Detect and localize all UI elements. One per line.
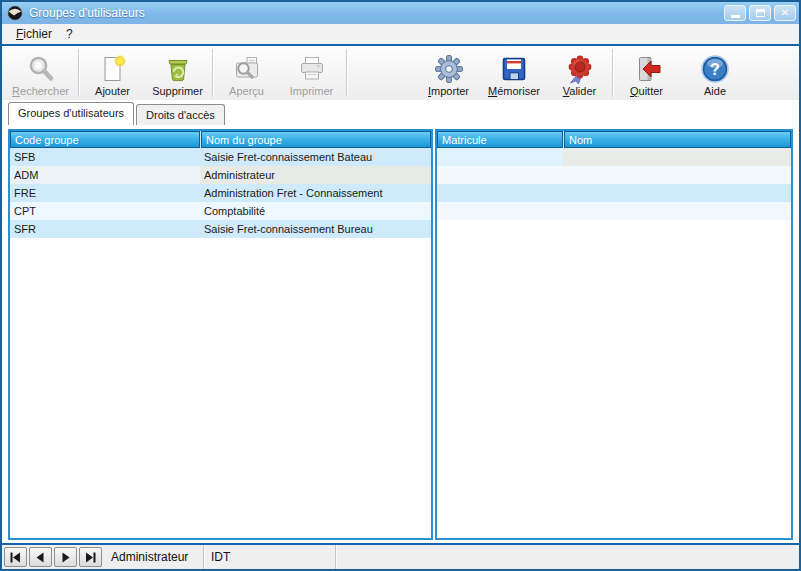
table-row[interactable]: SFB Saisie Fret-connaissement Bateau — [10, 148, 431, 166]
current-record-label: Administrateur — [104, 545, 203, 569]
tab-bar: Groupes d'utilisateurs Droits d'accès — [8, 103, 227, 125]
users-grid-header: Matricule Nom — [437, 131, 791, 148]
cell-name[interactable]: Saisie Fret-connaissement Bureau — [200, 220, 431, 238]
magnifier-icon — [25, 53, 57, 85]
last-record-button[interactable] — [79, 547, 102, 567]
app-logo-icon[interactable] — [7, 5, 23, 21]
supprimer-button[interactable]: Supprimer — [144, 46, 211, 100]
column-header-code-groupe[interactable]: Code groupe — [10, 131, 200, 148]
menu-item-fichier[interactable]: Fichier — [9, 25, 59, 43]
imprimer-label: Imprimer — [290, 85, 333, 97]
valider-button[interactable]: Valider — [548, 46, 611, 100]
maximize-button[interactable] — [749, 5, 771, 21]
help-icon: ? — [699, 53, 731, 85]
column-header-matricule[interactable]: Matricule — [437, 131, 563, 148]
exit-door-icon — [631, 53, 663, 85]
previous-record-button[interactable] — [29, 547, 52, 567]
cell-code[interactable]: SFR — [10, 220, 200, 238]
close-button[interactable]: ✕ — [774, 5, 796, 21]
table-row[interactable]: CPT Comptabilité — [10, 202, 431, 220]
tab-droits-acces[interactable]: Droits d'accès — [136, 104, 225, 125]
users-grid[interactable]: Matricule Nom — [435, 129, 793, 540]
ajouter-button[interactable]: Ajouter — [81, 46, 144, 100]
cell-code[interactable]: FRE — [10, 184, 200, 202]
column-header-nom-du-groupe[interactable]: Nom du groupe — [201, 131, 431, 148]
empty-row — [437, 202, 791, 220]
valider-label: Valider — [563, 85, 596, 97]
supprimer-label: Supprimer — [152, 85, 203, 97]
importer-label: Importer — [428, 85, 469, 97]
toolbar: Rechercher Ajouter — [2, 44, 799, 100]
aide-button[interactable]: ? Aide — [678, 46, 752, 100]
toolbar-separator — [212, 49, 214, 97]
menu-item-help[interactable]: ? — [59, 25, 80, 43]
rechercher-label: Rechercher — [12, 85, 69, 97]
statusbar-separator — [335, 545, 337, 569]
cell-name[interactable]: Administration Fret - Connaissement — [200, 184, 431, 202]
window-title: Groupes d'utilisateurs — [29, 6, 721, 20]
user-code-label: IDT — [205, 545, 335, 569]
cell-code[interactable]: CPT — [10, 202, 200, 220]
cell-name[interactable]: Administrateur — [200, 166, 431, 184]
previous-record-icon — [35, 552, 46, 563]
floppy-disk-icon — [498, 53, 530, 85]
empty-row — [437, 184, 791, 202]
title-bar[interactable]: Groupes d'utilisateurs ✕ — [2, 2, 799, 24]
gear-icon — [433, 53, 465, 85]
cell-name[interactable]: Comptabilité — [200, 202, 431, 220]
apercu-label: Aperçu — [229, 85, 264, 97]
toolbar-separator — [346, 49, 348, 97]
table-row[interactable]: FRE Administration Fret - Connaissement — [10, 184, 431, 202]
memoriser-button[interactable]: Mémoriser — [480, 46, 548, 100]
toolbar-separator — [78, 49, 80, 97]
app-window: Groupes d'utilisateurs ✕ Fichier ? Reche… — [0, 0, 801, 571]
empty-row — [437, 148, 791, 166]
close-icon: ✕ — [781, 8, 789, 18]
status-bar: Administrateur IDT — [2, 545, 799, 569]
cell-name[interactable]: Saisie Fret-connaissement Bateau — [200, 148, 431, 166]
importer-button[interactable]: Importer — [417, 46, 480, 100]
rechercher-button[interactable]: Rechercher — [4, 46, 77, 100]
groups-grid-header: Code groupe Nom du groupe — [10, 131, 431, 148]
ajouter-label: Ajouter — [95, 85, 130, 97]
memoriser-label: Mémoriser — [488, 85, 540, 97]
quitter-label: Quitter — [630, 85, 663, 97]
first-record-icon — [10, 552, 21, 563]
last-record-icon — [85, 552, 96, 563]
minimize-icon — [731, 15, 740, 18]
apercu-button[interactable]: Aperçu — [215, 46, 278, 100]
svg-text:?: ? — [710, 61, 720, 78]
quitter-button[interactable]: Quitter — [615, 46, 678, 100]
minimize-button[interactable] — [724, 5, 746, 21]
maximize-icon — [756, 9, 765, 17]
recycle-bin-icon — [162, 53, 194, 85]
imprimer-button[interactable]: Imprimer — [278, 46, 345, 100]
groups-grid[interactable]: Code groupe Nom du groupe SFB Saisie Fre… — [8, 129, 433, 540]
first-record-button[interactable] — [4, 547, 27, 567]
toolbar-separator — [612, 49, 614, 97]
printer-icon — [296, 53, 328, 85]
cell-code[interactable]: ADM — [10, 166, 200, 184]
print-preview-icon — [231, 53, 263, 85]
next-record-icon — [60, 552, 71, 563]
wax-seal-icon — [564, 53, 596, 85]
main-panel: Groupes d'utilisateurs Droits d'accès Co… — [2, 100, 799, 545]
new-document-icon — [97, 53, 129, 85]
table-row-current[interactable]: ADM Administrateur — [10, 166, 431, 184]
next-record-button[interactable] — [54, 547, 77, 567]
tab-groupes-utilisateurs[interactable]: Groupes d'utilisateurs — [8, 102, 134, 125]
empty-row — [437, 166, 791, 184]
table-row[interactable]: SFR Saisie Fret-connaissement Bureau — [10, 220, 431, 238]
column-header-nom[interactable]: Nom — [564, 131, 791, 148]
aide-label: Aide — [704, 85, 726, 97]
menu-bar: Fichier ? — [2, 24, 799, 44]
toolbar-spacer — [349, 46, 417, 100]
cell-code[interactable]: SFB — [10, 148, 200, 166]
